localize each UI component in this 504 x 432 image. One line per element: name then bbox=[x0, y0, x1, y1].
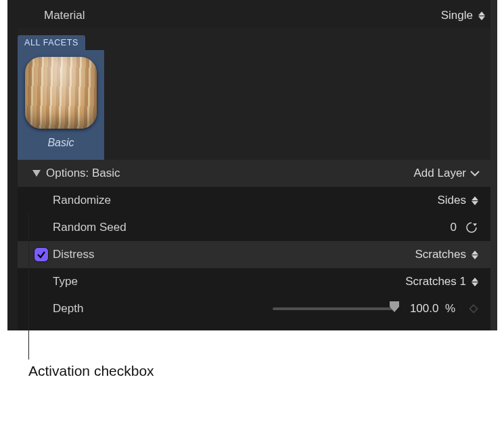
slider-track bbox=[273, 307, 394, 310]
type-label: Type bbox=[53, 275, 405, 288]
inspector-panel: Material Single ALL FACETS Basic Options… bbox=[7, 0, 497, 330]
updown-icon bbox=[472, 196, 478, 205]
distress-activation-checkbox[interactable] bbox=[35, 248, 48, 261]
options-title: Options: Basic bbox=[46, 167, 414, 180]
facet-swatch-label: Basic bbox=[24, 137, 97, 149]
randomize-value: Sides bbox=[437, 194, 466, 207]
svg-marker-2 bbox=[32, 170, 41, 177]
add-layer-label: Add Layer bbox=[414, 167, 467, 180]
param-row-type: Type Scratches 1 bbox=[18, 268, 492, 295]
keyframe-diamond-icon[interactable] bbox=[469, 304, 478, 314]
param-row-randomize: Randomize Sides bbox=[18, 187, 492, 214]
svg-marker-0 bbox=[478, 12, 485, 16]
depth-slider[interactable] bbox=[273, 302, 394, 316]
distress-label: Distress bbox=[53, 248, 415, 261]
depth-value-group[interactable]: 100.0 % bbox=[408, 302, 478, 316]
depth-unit: % bbox=[445, 302, 455, 315]
distress-value: Scratches bbox=[415, 248, 466, 261]
updown-icon bbox=[478, 12, 485, 20]
random-seed-label: Random Seed bbox=[53, 221, 440, 234]
svg-marker-5 bbox=[473, 223, 477, 226]
chevron-down-icon bbox=[470, 171, 480, 177]
callout-leader-line bbox=[28, 214, 29, 360]
disclosure-triangle-icon[interactable] bbox=[32, 170, 41, 177]
row-indent bbox=[30, 248, 53, 261]
type-popup[interactable]: Scratches 1 bbox=[405, 275, 478, 288]
facets-tab-all[interactable]: ALL FACETS bbox=[18, 35, 85, 50]
svg-marker-6 bbox=[472, 251, 478, 255]
svg-marker-3 bbox=[472, 196, 478, 200]
svg-rect-10 bbox=[469, 305, 477, 312]
svg-marker-1 bbox=[478, 16, 485, 20]
callout-label: Activation checkbox bbox=[28, 363, 154, 379]
depth-label: Depth bbox=[53, 302, 273, 316]
depth-value: 100.0 bbox=[410, 302, 439, 315]
updown-icon bbox=[472, 278, 478, 286]
updown-icon bbox=[472, 251, 478, 259]
param-row-random-seed: Random Seed 0 bbox=[18, 214, 492, 241]
regenerate-icon[interactable] bbox=[465, 221, 478, 234]
material-row: Material Single bbox=[7, 3, 497, 28]
material-label: Material bbox=[44, 9, 441, 22]
param-row-depth: Depth 100.0 % bbox=[18, 295, 492, 322]
material-value: Single bbox=[441, 9, 473, 22]
right-edge-strip bbox=[490, 0, 497, 376]
material-popup[interactable]: Single bbox=[441, 9, 485, 22]
facet-tile[interactable]: Basic bbox=[18, 50, 104, 160]
callout-area: Activation checkbox bbox=[0, 330, 504, 398]
add-layer-button[interactable]: Add Layer bbox=[414, 167, 480, 180]
svg-marker-7 bbox=[472, 255, 478, 259]
material-swatch[interactable] bbox=[25, 57, 97, 129]
svg-marker-9 bbox=[472, 282, 478, 286]
randomize-popup[interactable]: Sides bbox=[437, 194, 478, 207]
distress-popup[interactable]: Scratches bbox=[415, 248, 478, 261]
param-row-distress: Distress Scratches bbox=[18, 241, 492, 268]
facets-bar: ALL FACETS Basic bbox=[18, 28, 492, 160]
svg-marker-8 bbox=[472, 278, 478, 282]
random-seed-control[interactable]: 0 bbox=[440, 221, 478, 234]
svg-marker-4 bbox=[472, 201, 478, 205]
random-seed-value: 0 bbox=[440, 221, 457, 234]
parameter-list: Randomize Sides Random Seed 0 bbox=[18, 187, 492, 322]
options-header: Options: Basic Add Layer bbox=[18, 160, 492, 187]
panel-bottom-cut bbox=[18, 322, 492, 330]
type-value: Scratches 1 bbox=[405, 275, 466, 288]
randomize-label: Randomize bbox=[53, 194, 437, 207]
